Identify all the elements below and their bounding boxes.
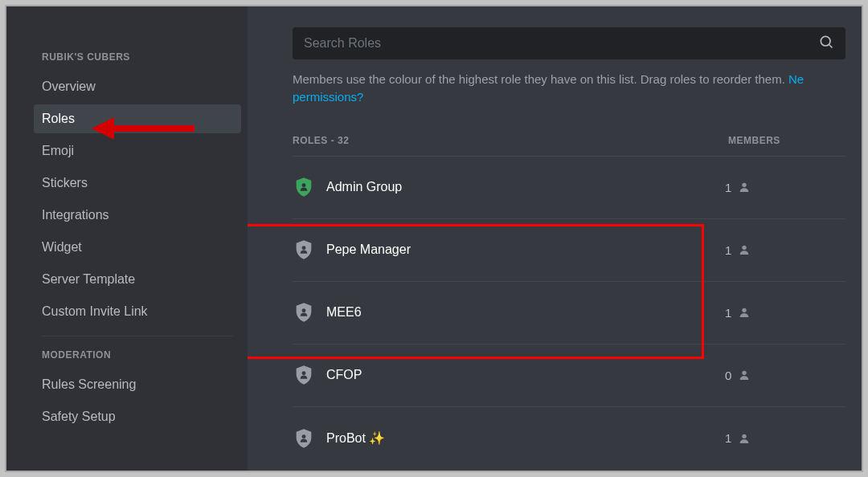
svg-point-7 bbox=[743, 246, 747, 250]
role-member-count: 1 bbox=[725, 306, 845, 320]
sidebar-item-integrations[interactable]: Integrations bbox=[34, 201, 241, 230]
sidebar-item-rules-screening[interactable]: Rules Screening bbox=[34, 370, 241, 399]
search-roles-field[interactable] bbox=[304, 36, 818, 51]
roles-hint-link[interactable]: Ne bbox=[788, 72, 804, 86]
sidebar-section-header: RUBIK'S CUBERS bbox=[42, 51, 233, 63]
role-member-count: 1 bbox=[725, 431, 845, 445]
roles-panel: Members use the colour of the highest ro… bbox=[248, 5, 863, 472]
role-row[interactable]: ProBot ✨ 1 bbox=[293, 407, 845, 470]
column-members-header: MEMBERS bbox=[725, 135, 845, 146]
search-roles-input[interactable] bbox=[293, 27, 845, 59]
svg-point-13 bbox=[743, 434, 747, 438]
role-row[interactable]: MEE6 1 bbox=[293, 282, 845, 344]
role-row[interactable]: Admin Group 1 bbox=[293, 157, 845, 219]
svg-line-3 bbox=[829, 45, 833, 48]
sidebar-section-header: MODERATION bbox=[42, 349, 233, 361]
role-name: ProBot ✨ bbox=[326, 430, 725, 446]
role-name: Pepe Manager bbox=[326, 243, 725, 257]
person-icon bbox=[738, 181, 751, 194]
person-icon bbox=[738, 369, 751, 381]
sidebar-item-server-template[interactable]: Server Template bbox=[34, 265, 241, 294]
sidebar-item-safety-setup[interactable]: Safety Setup bbox=[34, 402, 241, 431]
roles-table-header: ROLES - 32 MEMBERS bbox=[293, 135, 845, 157]
svg-point-12 bbox=[302, 434, 306, 438]
svg-point-8 bbox=[302, 308, 306, 312]
svg-point-4 bbox=[302, 183, 306, 187]
svg-point-9 bbox=[743, 308, 747, 312]
shield-icon bbox=[293, 176, 315, 198]
svg-point-10 bbox=[302, 371, 306, 375]
role-member-count: 0 bbox=[725, 369, 845, 382]
person-icon bbox=[738, 243, 751, 256]
shield-icon bbox=[293, 364, 315, 386]
shield-icon bbox=[293, 238, 315, 261]
column-roles-header: ROLES - 32 bbox=[293, 135, 725, 146]
roles-hint-text: Members use the colour of the highest ro… bbox=[293, 71, 863, 106]
roles-list: Admin Group 1 Pepe Manager 1 MEE6 1 bbox=[293, 157, 845, 470]
sidebar-item-roles[interactable]: Roles bbox=[34, 104, 241, 133]
sidebar-divider bbox=[42, 336, 233, 336]
search-icon bbox=[818, 34, 834, 53]
roles-permissions-link[interactable]: permissions? bbox=[293, 90, 363, 104]
role-name: MEE6 bbox=[326, 305, 725, 320]
sidebar-item-overview[interactable]: Overview bbox=[34, 72, 241, 101]
settings-sidebar: RUBIK'S CUBERS Overview Roles Emoji Stic… bbox=[5, 5, 248, 472]
role-name: CFOP bbox=[326, 368, 725, 382]
role-row[interactable]: CFOP 0 bbox=[293, 344, 845, 407]
sidebar-item-stickers[interactable]: Stickers bbox=[34, 169, 241, 198]
svg-point-11 bbox=[743, 371, 747, 375]
person-icon bbox=[738, 432, 751, 445]
role-row[interactable]: Pepe Manager 1 bbox=[293, 219, 845, 282]
sidebar-item-custom-invite-link[interactable]: Custom Invite Link bbox=[34, 297, 241, 326]
svg-point-2 bbox=[821, 36, 830, 46]
role-member-count: 1 bbox=[725, 243, 845, 257]
role-name: Admin Group bbox=[326, 180, 725, 194]
person-icon bbox=[738, 306, 751, 319]
svg-point-6 bbox=[302, 246, 306, 250]
shield-icon bbox=[293, 301, 315, 324]
sidebar-item-emoji[interactable]: Emoji bbox=[34, 137, 241, 165]
svg-point-5 bbox=[743, 183, 747, 187]
shield-icon bbox=[293, 427, 315, 450]
sidebar-item-widget[interactable]: Widget bbox=[34, 233, 241, 262]
role-member-count: 1 bbox=[725, 181, 845, 194]
